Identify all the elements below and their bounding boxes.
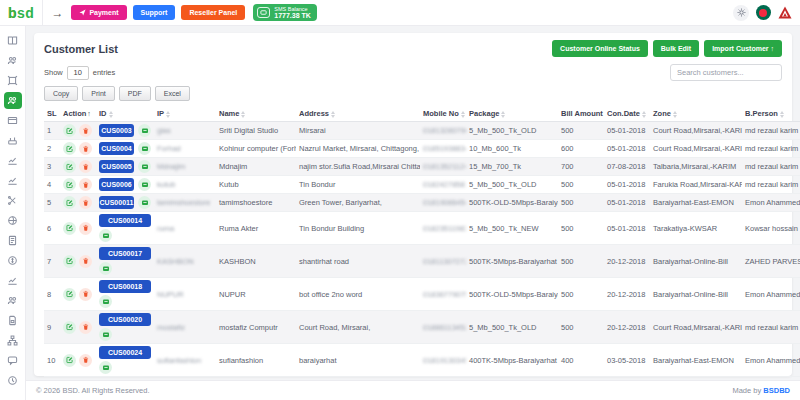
sidebar-item-chart-icon[interactable]: [4, 152, 22, 169]
cell-mobile: 01819130345: [420, 344, 466, 377]
sidebar-item-payments-icon[interactable]: [4, 252, 22, 269]
cell-action: [60, 158, 96, 176]
import-customer-button[interactable]: Import Customer ↑: [704, 40, 782, 57]
column-header-action[interactable]: Action↑: [60, 106, 96, 122]
delete-button[interactable]: [79, 288, 92, 301]
column-header-b-person[interactable]: B.Person: [742, 106, 800, 122]
sidebar-item-globe-icon[interactable]: [4, 212, 22, 229]
customer-id-button[interactable]: CUS00011: [99, 196, 134, 209]
sidebar-item-history-icon[interactable]: [4, 372, 22, 389]
cell-b-person: md rezaul karim na: [742, 176, 800, 194]
sidebar-item-staff-icon[interactable]: [4, 292, 22, 309]
message-icon[interactable]: [99, 229, 112, 242]
sms-balance-badge[interactable]: SMS Balance 1777.38 TK: [253, 4, 317, 22]
delete-button[interactable]: [79, 178, 92, 191]
edit-button[interactable]: [63, 160, 76, 173]
customer-online-status-button[interactable]: Customer Online Status: [552, 40, 648, 57]
customer-id-button[interactable]: CUS00014: [99, 214, 151, 227]
edit-button[interactable]: [63, 354, 76, 367]
sidebar-item-messages-icon[interactable]: [4, 352, 22, 369]
message-icon[interactable]: [138, 178, 151, 191]
cell-id: CUS00024: [96, 344, 154, 377]
payment-button[interactable]: Payment: [71, 5, 126, 20]
edit-button[interactable]: [63, 321, 76, 334]
search-input[interactable]: [670, 64, 782, 81]
message-icon[interactable]: [99, 328, 112, 341]
customer-id-button[interactable]: CUS00017: [99, 247, 151, 260]
delete-button[interactable]: [79, 142, 92, 155]
cell-package: 400TK-5Mbps-Baraiyarhat: [466, 344, 558, 377]
sort-icon: [501, 111, 505, 118]
language-flag-icon[interactable]: [756, 5, 771, 20]
delete-button[interactable]: [79, 222, 92, 235]
cell-sl: 8: [44, 278, 60, 311]
excel-export-button[interactable]: Excel: [155, 86, 190, 101]
cell-bill-amount: 500: [558, 278, 604, 311]
delete-button[interactable]: [79, 255, 92, 268]
delete-button[interactable]: [79, 160, 92, 173]
sidebar-item-card-icon[interactable]: [4, 112, 22, 129]
message-icon[interactable]: [138, 196, 151, 209]
cell-address: bot office 2no word: [296, 278, 420, 311]
theme-toggle-button[interactable]: [733, 5, 749, 21]
message-icon[interactable]: [138, 142, 151, 155]
column-header-con-date[interactable]: Con.Date: [604, 106, 650, 122]
edit-button[interactable]: [63, 142, 76, 155]
sidebar-item-members-icon[interactable]: [4, 52, 22, 69]
delete-button[interactable]: [79, 196, 92, 209]
customer-id-button[interactable]: CUS0004: [99, 142, 134, 155]
column-header-mobile-no[interactable]: Mobile No: [420, 106, 466, 122]
customer-id-button[interactable]: CUS0005: [99, 160, 134, 173]
sidebar-item-sim-icon[interactable]: [4, 312, 22, 329]
column-header-name[interactable]: Name: [216, 106, 296, 122]
edit-button[interactable]: [63, 255, 76, 268]
edit-button[interactable]: [63, 288, 76, 301]
column-header-id[interactable]: ID: [96, 106, 154, 122]
cell-b-person: Emon Ahammed: [742, 278, 800, 311]
column-header-package[interactable]: Package: [466, 106, 558, 122]
message-icon[interactable]: [138, 160, 151, 173]
sidebar-item-network-icon[interactable]: [4, 332, 22, 349]
sidebar-item-frame-icon[interactable]: [4, 72, 22, 89]
column-header-address[interactable]: Address: [296, 106, 420, 122]
sidebar-item-dashboard-icon[interactable]: [4, 32, 22, 49]
customer-id-button[interactable]: CUS0006: [99, 178, 134, 191]
sidebar-toggle[interactable]: →: [51, 7, 63, 19]
sidebar-item-graph-icon[interactable]: [4, 172, 22, 189]
customer-id-button[interactable]: CUS00024: [99, 346, 151, 359]
support-button[interactable]: Support: [133, 5, 176, 20]
sidebar-item-device-icon[interactable]: [4, 132, 22, 149]
reseller-panel-button[interactable]: Reseller Panel: [181, 5, 245, 20]
cell-package: 500TK-OLD-5Mbps-Baraiyarhat: [466, 278, 558, 311]
sidebar-item-invoice-icon[interactable]: [4, 232, 22, 249]
customer-id-button[interactable]: CUS0003: [99, 124, 134, 137]
customer-id-button[interactable]: CUS00018: [99, 280, 151, 293]
customer-id-button[interactable]: CUS00020: [99, 313, 151, 326]
column-header-bill-amount[interactable]: Bill Amount: [558, 106, 604, 122]
cell-id: CUS00017: [96, 245, 154, 278]
edit-button[interactable]: [63, 178, 76, 191]
delete-button[interactable]: [79, 321, 92, 334]
edit-button[interactable]: [63, 222, 76, 235]
column-header-zone[interactable]: Zone: [650, 106, 742, 122]
cell-name: sufianfashion: [216, 344, 296, 377]
copy-export-button[interactable]: Copy: [44, 86, 78, 101]
edit-button[interactable]: [63, 124, 76, 137]
entries-select[interactable]: [67, 66, 89, 80]
edit-button[interactable]: [63, 196, 76, 209]
column-header-sl[interactable]: SL: [44, 106, 60, 122]
delete-button[interactable]: [79, 354, 92, 367]
bulk-edit-button[interactable]: Bulk Edit: [653, 40, 699, 57]
message-icon[interactable]: [138, 124, 151, 137]
pdf-export-button[interactable]: PDF: [119, 86, 151, 101]
print-export-button[interactable]: Print: [82, 86, 114, 101]
sidebar-item-customers-icon[interactable]: [4, 92, 22, 109]
message-icon[interactable]: [99, 361, 112, 374]
delete-button[interactable]: [79, 124, 92, 137]
sidebar-item-reports-icon[interactable]: [4, 272, 22, 289]
column-header-ip[interactable]: IP: [154, 106, 216, 122]
sidebar-item-disconnect-icon[interactable]: [4, 192, 22, 209]
made-by-link[interactable]: BSDBD: [763, 386, 790, 395]
message-icon[interactable]: [99, 295, 112, 308]
message-icon[interactable]: [99, 262, 112, 275]
